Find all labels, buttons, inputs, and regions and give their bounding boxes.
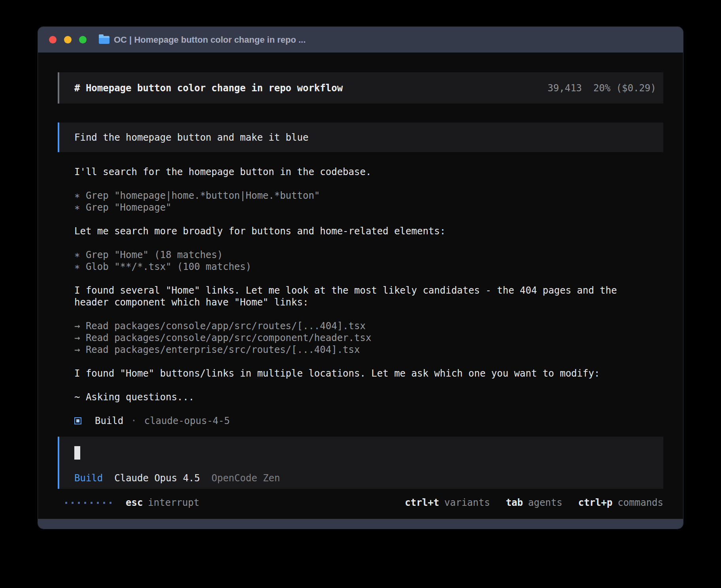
folder-icon	[99, 36, 109, 44]
assistant-output: I'll search for the homepage button in t…	[74, 166, 663, 403]
assistant-paragraph: Let me search more broadly for buttons a…	[74, 225, 663, 237]
hint-key: ctrl+t	[405, 497, 439, 508]
assistant-paragraph: I found several "Home" links. Let me loo…	[74, 285, 663, 308]
prompt-input[interactable]: Build Claude Opus 4.5 OpenCode Zen	[58, 437, 663, 489]
minimize-button[interactable]	[64, 36, 72, 43]
hint-label: agents	[528, 497, 562, 508]
window-bottom-strip	[38, 519, 683, 529]
input-model-row: Build Claude Opus 4.5 OpenCode Zen	[74, 472, 648, 484]
agent-status-row: Build · claude-opus-4-5	[74, 415, 663, 427]
tool-call-line: ∗ Glob "**/*.tsx" (100 matches)	[74, 261, 663, 273]
spinner-dot	[65, 502, 67, 504]
hint-key: tab	[506, 497, 523, 508]
hint-key: ctrl+p	[578, 497, 613, 508]
agent-mode-label: Build	[74, 473, 103, 484]
spinner-dot	[91, 502, 92, 504]
session-header: # Homepage button color change in repo w…	[58, 72, 663, 104]
spinner	[65, 502, 111, 504]
read-file-line: → Read packages/enterprise/src/routes/[.…	[74, 344, 663, 356]
assistant-text-line: I found "Home" buttons/links in multiple…	[74, 368, 663, 379]
traffic-lights	[49, 36, 87, 43]
tool-call-line: ∗ Grep "Homepage"	[74, 202, 663, 213]
hint-label: variants	[444, 497, 490, 508]
tool-call-group: → Read packages/console/app/src/routes/[…	[74, 320, 663, 356]
assistant-text-line: I'll search for the homepage button in t…	[74, 166, 663, 178]
text-cursor	[74, 446, 80, 460]
tool-call-line: ∗ Grep "Home" (18 matches)	[74, 249, 663, 261]
user-message: Find the homepage button and make it blu…	[58, 122, 663, 152]
session-title: # Homepage button color change in repo w…	[74, 83, 343, 94]
context-usage: 20% ($0.29)	[593, 83, 656, 94]
agents-hint: tab agents	[506, 497, 562, 508]
token-count: 39,413	[547, 83, 582, 94]
dot-separator: ·	[131, 415, 136, 426]
tool-call-group: ∗ Grep "homepage|home.*button|Home.*butt…	[74, 190, 663, 213]
user-message-text: Find the homepage button and make it blu…	[74, 132, 308, 143]
assistant-paragraph: I found "Home" buttons/links in multiple…	[74, 368, 663, 379]
window-title: OC | Homepage button color change in rep…	[114, 35, 306, 45]
session-stats: 39,413 20% ($0.29)	[547, 83, 656, 94]
assistant-text-line: I found several "Home" links. Let me loo…	[74, 285, 663, 296]
interrupt-hint: esc interrupt	[126, 497, 199, 508]
commands-hint: ctrl+p commands	[578, 497, 663, 508]
spinner-dot	[97, 502, 99, 504]
assistant-paragraph: I'll search for the homepage button in t…	[74, 166, 663, 178]
spinner-dot	[109, 502, 111, 504]
hint-key: esc	[126, 497, 143, 508]
statusbar-right: ctrl+t variants tab agents ctrl+p comman…	[405, 497, 663, 508]
close-button[interactable]	[49, 36, 57, 43]
titlebar: OC | Homepage button color change in rep…	[38, 27, 683, 53]
terminal-window: OC | Homepage button color change in rep…	[38, 27, 683, 529]
variants-hint: ctrl+t variants	[405, 497, 490, 508]
model-label: Claude Opus 4.5	[114, 473, 200, 484]
assistant-text-line: header component which have "Home" links…	[74, 296, 663, 308]
read-file-line: → Read packages/console/app/src/componen…	[74, 332, 663, 344]
terminal-content: # Homepage button color change in repo w…	[38, 53, 683, 519]
statusbar-left: esc interrupt	[65, 497, 199, 508]
spinner-dot	[78, 502, 80, 504]
agent-model: claude-opus-4-5	[144, 415, 230, 426]
provider-label: OpenCode Zen	[211, 473, 280, 484]
assistant-text-line: Let me search more broadly for buttons a…	[74, 225, 663, 237]
agent-build-icon	[74, 417, 81, 424]
spinner-dot	[84, 502, 86, 504]
assistant-status-line: ~ Asking questions...	[74, 391, 663, 403]
assistant-status: ~ Asking questions...	[74, 391, 663, 403]
statusbar: esc interrupt ctrl+t variants tab agents…	[58, 497, 663, 509]
spinner-dot	[103, 502, 105, 504]
tool-call-group: ∗ Grep "Home" (18 matches) ∗ Glob "**/*.…	[74, 249, 663, 273]
hint-label: commands	[617, 497, 663, 508]
hint-label: interrupt	[148, 497, 199, 508]
read-file-line: → Read packages/console/app/src/routes/[…	[74, 320, 663, 332]
agent-name: Build	[95, 415, 123, 426]
spinner-dot	[72, 502, 74, 504]
zoom-button[interactable]	[79, 36, 87, 43]
tool-call-line: ∗ Grep "homepage|home.*button|Home.*butt…	[74, 190, 663, 202]
